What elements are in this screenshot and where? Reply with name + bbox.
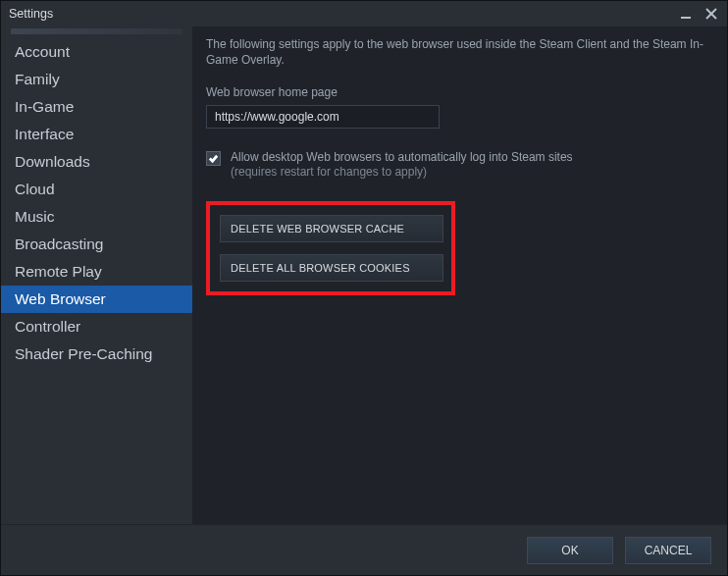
- sidebar-item-controller[interactable]: Controller: [1, 313, 192, 340]
- highlight-box: DELETE WEB BROWSER CACHE DELETE ALL BROW…: [206, 201, 455, 295]
- sidebar-item-remote-play[interactable]: Remote Play: [1, 258, 192, 286]
- titlebar: Settings: [1, 1, 727, 26]
- content-panel: The following settings apply to the web …: [192, 26, 727, 524]
- ok-button[interactable]: OK: [527, 537, 613, 564]
- sidebar-scroll-top: [11, 28, 182, 34]
- sidebar-item-broadcasting[interactable]: Broadcasting: [1, 231, 192, 258]
- settings-window: Settings Account Family In-Game Interfac…: [0, 0, 728, 576]
- sidebar-item-downloads[interactable]: Downloads: [1, 148, 192, 176]
- allow-desktop-login-row: Allow desktop Web browsers to automatica…: [206, 150, 713, 180]
- allow-desktop-login-label: Allow desktop Web browsers to automatica…: [231, 150, 573, 164]
- minimize-icon[interactable]: [678, 6, 694, 22]
- sidebar: Account Family In-Game Interface Downloa…: [1, 26, 192, 524]
- sidebar-item-web-browser[interactable]: Web Browser: [1, 286, 192, 313]
- allow-desktop-login-text: Allow desktop Web browsers to automatica…: [231, 150, 573, 180]
- sidebar-item-interface[interactable]: Interface: [1, 121, 192, 148]
- close-icon[interactable]: [703, 6, 719, 22]
- footer: OK CANCEL: [1, 524, 727, 575]
- sidebar-item-music[interactable]: Music: [1, 203, 192, 231]
- allow-desktop-login-sub: (requires restart for changes to apply): [231, 165, 427, 179]
- homepage-label: Web browser home page: [206, 85, 713, 99]
- allow-desktop-login-checkbox[interactable]: [206, 151, 221, 166]
- window-body: Account Family In-Game Interface Downloa…: [1, 26, 727, 524]
- sidebar-item-shader-pre-caching[interactable]: Shader Pre-Caching: [1, 340, 192, 368]
- sidebar-item-account[interactable]: Account: [1, 38, 192, 66]
- homepage-input[interactable]: [206, 105, 440, 129]
- delete-cookies-button[interactable]: DELETE ALL BROWSER COOKIES: [220, 254, 443, 282]
- delete-cache-button[interactable]: DELETE WEB BROWSER CACHE: [220, 215, 443, 242]
- cancel-button[interactable]: CANCEL: [625, 537, 711, 564]
- sidebar-item-in-game[interactable]: In-Game: [1, 93, 192, 121]
- window-title: Settings: [9, 7, 53, 21]
- intro-text: The following settings apply to the web …: [206, 36, 713, 68]
- sidebar-item-family[interactable]: Family: [1, 66, 192, 93]
- sidebar-item-cloud[interactable]: Cloud: [1, 176, 192, 203]
